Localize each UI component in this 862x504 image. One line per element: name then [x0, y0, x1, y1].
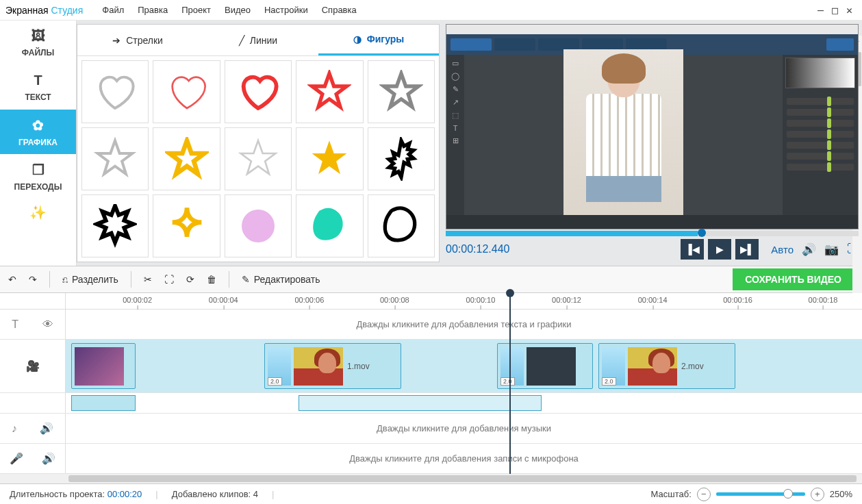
clip-app[interactable]: 2.0: [497, 343, 593, 389]
wand-icon: ✨: [29, 204, 47, 220]
crop-button[interactable]: ⛶: [164, 274, 174, 285]
tab-transitions[interactable]: ❐ ПЕРЕХОДЫ: [0, 154, 76, 199]
shape-heart-pink[interactable]: [153, 60, 220, 123]
tab-transitions-label: ПЕРЕХОДЫ: [14, 182, 62, 192]
zoom-in-button[interactable]: +: [811, 488, 824, 501]
zoom-knob[interactable]: [783, 489, 793, 499]
track-music: ♪🔊 Дважды кликните для добавления музыки: [0, 414, 862, 444]
track-video-audio-body[interactable]: [66, 393, 862, 413]
shape-burst-sharp[interactable]: [81, 194, 149, 257]
next-button[interactable]: ▶▌: [735, 239, 759, 260]
tab-text-label: ТЕКСТ: [25, 92, 51, 102]
delete-button[interactable]: 🗑: [207, 274, 216, 285]
shape-circle-pink[interactable]: [225, 194, 292, 257]
speed-badge: 2.0: [268, 377, 282, 386]
shape-heart-gray[interactable]: [81, 60, 149, 123]
undo-button[interactable]: ↶: [8, 274, 16, 285]
music-track-icon: ♪: [12, 423, 17, 435]
preview-viewport: ▭◯✎↗⬚T⊞: [446, 24, 859, 229]
split-button[interactable]: ⎌Разделить: [62, 274, 118, 285]
shape-star-white[interactable]: [225, 127, 292, 190]
cut-button[interactable]: ✂: [144, 274, 152, 285]
timeline-scrollbar[interactable]: [0, 474, 862, 483]
tab-text[interactable]: T ТЕКСТ: [0, 65, 76, 110]
preview-panel: ▭◯✎↗⬚T⊞ 00:00:12.440 ▐◀ ▶ ▶▌ Авто 🔊 📷 ⛶: [446, 24, 859, 262]
shape-sparkle-yellow[interactable]: [153, 194, 220, 257]
menu-video[interactable]: Видео: [218, 5, 257, 15]
edit-button[interactable]: ✎Редактировать: [242, 274, 320, 285]
tick: 00:00:12: [552, 296, 581, 304]
audio-strip-1[interactable]: [71, 395, 136, 411]
rotate-button[interactable]: ⟳: [186, 274, 194, 285]
window-maximize-icon[interactable]: □: [832, 4, 838, 16]
visibility-icon[interactable]: 👁: [42, 318, 53, 331]
shape-blob-teal[interactable]: [296, 194, 363, 257]
menu-bar: Экранная Студия Файл Правка Проект Видео…: [0, 0, 862, 21]
snapshot-icon[interactable]: 📷: [824, 242, 839, 257]
track-text: T👁 Дважды кликните для добавления текста…: [0, 310, 862, 340]
track-video: 🎥 2.0 1.mov 2.0 2.0 2.mov: [0, 340, 862, 393]
clip-2[interactable]: 2.0 2.mov: [598, 343, 735, 389]
prev-button[interactable]: ▐◀: [681, 239, 704, 260]
play-button[interactable]: ▶: [708, 239, 731, 260]
tab-files-label: ФАЙЛЫ: [22, 48, 54, 58]
tab-effects[interactable]: ✨: [0, 199, 76, 226]
volume-icon[interactable]: 🔊: [802, 242, 816, 257]
window-close-icon[interactable]: ✕: [846, 4, 852, 16]
tab-graphics[interactable]: ✿ ГРАФИКА: [0, 110, 76, 154]
status-bar: Длительность проекта: 00:00:20 | Добавле…: [0, 483, 862, 504]
preview-seek-bar[interactable]: [446, 231, 859, 236]
menu-help[interactable]: Справка: [315, 5, 364, 15]
track-video-body[interactable]: 2.0 1.mov 2.0 2.0 2.mov: [66, 340, 862, 392]
gallery-tab-lines-label: Линии: [250, 35, 277, 46]
gallery-tab-shapes[interactable]: ◑ Фигуры: [318, 25, 439, 55]
duration-value: 00:00:20: [107, 489, 142, 499]
shape-star-yellow-outline[interactable]: [153, 127, 220, 190]
seek-knob[interactable]: [698, 229, 706, 237]
clip-intro[interactable]: [71, 343, 136, 389]
workspace: 🖼 ФАЙЛЫ T ТЕКСТ ✿ ГРАФИКА ❐ ПЕРЕХОДЫ ✨ ➔…: [0, 21, 862, 266]
clip-1[interactable]: 2.0 1.mov: [264, 343, 401, 389]
shape-blob-outline[interactable]: [368, 194, 435, 257]
shape-star-yellow-fill[interactable]: [296, 127, 363, 190]
window-minimize-icon[interactable]: —: [817, 4, 824, 16]
audio-strip-2[interactable]: [299, 395, 542, 411]
tick: 00:00:06: [294, 296, 324, 304]
mic-volume-icon[interactable]: 🔊: [42, 452, 55, 465]
tick: 00:00:10: [466, 296, 496, 304]
track-mic-body[interactable]: Дважды кликните для добавления записи с …: [66, 444, 862, 473]
svg-point-0: [242, 210, 275, 242]
shape-burst-black[interactable]: [368, 127, 435, 190]
playhead[interactable]: [509, 293, 511, 474]
zoom-value: 250%: [830, 489, 852, 499]
menu-project[interactable]: Проект: [175, 5, 218, 15]
menu-edit[interactable]: Правка: [131, 5, 175, 15]
redo-button[interactable]: ↷: [29, 274, 37, 285]
shape-heart-red[interactable]: [225, 60, 292, 123]
clip-1-label: 1.mov: [347, 362, 370, 371]
edit-icon: ✎: [242, 274, 250, 285]
timeline-ruler[interactable]: 00:00:02 00:00:04 00:00:06 00:00:08 00:0…: [0, 293, 862, 310]
app-title: Экранная Студия: [5, 5, 83, 16]
tick: 00:00:02: [123, 296, 152, 304]
shape-star-gray[interactable]: [368, 60, 435, 123]
track-text-body[interactable]: Дважды кликните для добавления текста и …: [66, 310, 862, 339]
save-video-button[interactable]: СОХРАНИТЬ ВИДЕО: [733, 268, 854, 290]
tab-files[interactable]: 🖼 ФАЙЛЫ: [0, 21, 76, 65]
speed-badge: 2.0: [602, 377, 616, 386]
auto-label[interactable]: Авто: [771, 244, 794, 255]
menu-settings[interactable]: Настройки: [257, 5, 315, 15]
shapes-gallery: ➔ Стрелки ╱ Линии ◑ Фигуры: [77, 24, 440, 262]
split-label: Разделить: [72, 274, 118, 285]
zoom-slider[interactable]: [716, 492, 805, 496]
menu-file[interactable]: Файл: [95, 5, 131, 15]
shape-star-outline-gray[interactable]: [81, 127, 149, 190]
gallery-tab-arrows[interactable]: ➔ Стрелки: [77, 25, 198, 55]
track-music-body[interactable]: Дважды кликните для добавления музыки: [66, 414, 862, 443]
zoom-out-button[interactable]: −: [697, 488, 711, 501]
gallery-tab-lines[interactable]: ╱ Линии: [198, 25, 318, 55]
text-track-icon: T: [12, 318, 18, 331]
music-volume-icon[interactable]: 🔊: [40, 422, 53, 435]
track-mic: 🎤🔊 Дважды кликните для добавления записи…: [0, 444, 862, 474]
shape-star-red[interactable]: [296, 60, 363, 123]
